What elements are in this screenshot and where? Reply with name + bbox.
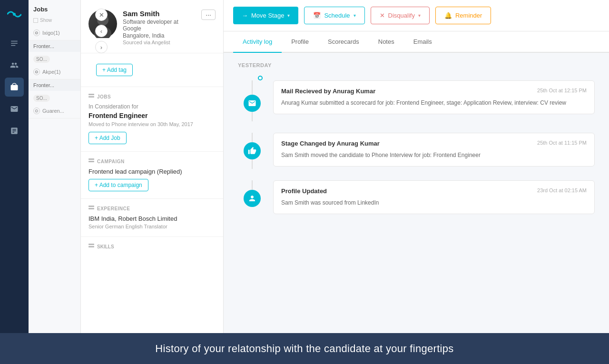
activity-timeline: Mail Recieved by Anurag Kumar 25th Oct a… bbox=[238, 76, 595, 226]
activity-card-3-time: 23rd Oct at 02:15 AM bbox=[537, 187, 587, 193]
activity-content: YESTERDAY bbox=[224, 53, 609, 364]
source-row-2: SO... bbox=[29, 91, 80, 104]
timeline-line-2 bbox=[252, 133, 253, 142]
activity-card-2: Stage Changed by Anurag Kumar 25th Oct a… bbox=[273, 133, 595, 167]
chevron-down-icon: ▾ bbox=[287, 13, 290, 18]
timeline-line-3 bbox=[252, 180, 253, 190]
bell-icon: 🔔 bbox=[444, 12, 452, 19]
akpe-item[interactable]: ⊖ Akpe(1) bbox=[29, 65, 80, 79]
activity-card-1: Mail Recieved by Anurag Kumar 25th Oct a… bbox=[273, 80, 595, 114]
timeline-row-2: Stage Changed by Anurag Kumar 25th Oct a… bbox=[238, 133, 595, 169]
disqualify-btn[interactable]: ✕ Disqualify ▾ bbox=[371, 7, 430, 24]
sidebar-item-feed[interactable] bbox=[5, 34, 24, 53]
email-icon bbox=[244, 95, 261, 112]
activity-card-3-title: Profile Updated bbox=[281, 187, 327, 195]
skills-section-card: SKILLS bbox=[81, 236, 223, 256]
experience-section-title: EXPEREINCE bbox=[88, 206, 216, 211]
jobs-section-card: JOBS In Consideration for Frontend Engin… bbox=[81, 87, 223, 151]
activity-card-1-header: Mail Recieved by Anurag Kumar 25th Oct a… bbox=[281, 88, 587, 95]
bottom-banner-text: History of your relatonship with the can… bbox=[155, 343, 453, 355]
campaign-name: Frontend lead campaign (Replied) bbox=[88, 168, 216, 175]
chevron-down-icon-3: ▾ bbox=[418, 13, 421, 18]
show-checkbox[interactable] bbox=[33, 18, 38, 23]
action-bar: → Move Stage ▾ 📅 Schedule ▾ ✕ Disqualify… bbox=[224, 0, 609, 31]
jobs-panel-title: Jobs bbox=[29, 0, 80, 17]
candidate-name: Sam Smith bbox=[123, 10, 196, 18]
person-icon bbox=[244, 190, 261, 207]
thumbsup-icon bbox=[244, 142, 261, 159]
app-logo bbox=[6, 6, 23, 23]
activity-card-2-body: Sam Smith moved the candidate to Phone I… bbox=[281, 151, 587, 159]
move-stage-btn[interactable]: → Move Stage ▾ bbox=[233, 7, 298, 24]
svg-point-0 bbox=[13, 13, 16, 16]
tab-emails[interactable]: Emails bbox=[404, 31, 442, 53]
sidebar-item-analytics[interactable] bbox=[5, 121, 24, 140]
tabs-bar: Activity log Profile Scorecards Notes Em… bbox=[224, 31, 609, 53]
next-btn[interactable]: › bbox=[95, 41, 108, 53]
tab-profile[interactable]: Profile bbox=[282, 31, 318, 53]
activity-area: → Move Stage ▾ 📅 Schedule ▾ ✕ Disqualify… bbox=[224, 0, 609, 364]
tab-notes[interactable]: Notes bbox=[369, 31, 404, 53]
collapse-icon: ⊖ bbox=[33, 30, 40, 36]
reminder-btn[interactable]: 🔔 Reminder bbox=[435, 7, 491, 24]
guaren-label: Guaren... bbox=[42, 108, 64, 114]
add-job-btn[interactable]: + Add Job bbox=[88, 132, 127, 144]
candidate-title: Software developer at Google bbox=[123, 19, 196, 32]
schedule-btn[interactable]: 📅 Schedule ▾ bbox=[304, 7, 364, 24]
activity-card-2-title: Stage Changed by Anurag Kumar bbox=[281, 140, 380, 147]
campaign-section-card: CAMPAIGN Frontend lead campaign (Replied… bbox=[81, 151, 223, 198]
candidate-panel: ✕ ‹ › Sam Smith Software developer at Go… bbox=[81, 0, 224, 364]
sidebar-item-email[interactable] bbox=[5, 99, 24, 118]
activity-card-2-time: 25th Oct at 11:15 PM bbox=[537, 140, 587, 146]
timeline-row-1: Mail Recieved by Anurag Kumar 25th Oct a… bbox=[238, 80, 595, 121]
skills-section-title: SKILLS bbox=[88, 244, 216, 249]
tab-activity-log[interactable]: Activity log bbox=[233, 31, 282, 53]
grid-icon-exp bbox=[88, 206, 94, 211]
moved-text: Moved to Phone interview on 30th May, 20… bbox=[88, 121, 216, 127]
sidebar-item-jobs[interactable] bbox=[5, 78, 24, 97]
timeline-line-1b bbox=[252, 112, 253, 121]
collapse-icon-3: ⊙ bbox=[33, 108, 40, 114]
jobs-section-title: JOBS bbox=[88, 94, 216, 99]
close-panel-btn[interactable]: ✕ bbox=[95, 9, 108, 21]
arrow-right-icon: → bbox=[242, 12, 248, 19]
activity-card-1-title: Mail Recieved by Anurag Kumar bbox=[281, 88, 375, 95]
activity-card-3-header: Profile Updated 23rd Oct at 02:15 AM bbox=[281, 187, 587, 195]
exp-role: Senior German English Translator bbox=[88, 224, 216, 229]
grid-icon-campaign bbox=[88, 158, 94, 164]
timeline-line-1 bbox=[252, 80, 253, 95]
sidebar-item-people[interactable] bbox=[5, 56, 24, 75]
ixigo-item[interactable]: ⊖ Ixigo(1) bbox=[29, 26, 80, 40]
sidebar bbox=[0, 0, 29, 364]
show-label: Show bbox=[40, 18, 52, 23]
chevron-down-icon-2: ▾ bbox=[354, 13, 356, 18]
timeline-left-1 bbox=[238, 80, 266, 121]
source-tag-1: SO... bbox=[33, 56, 50, 63]
job-title[interactable]: Frontend Engineer bbox=[88, 112, 216, 119]
more-options-btn[interactable]: ··· bbox=[201, 10, 216, 20]
source-row-1: SO... bbox=[29, 52, 80, 65]
grid-icon-jobs bbox=[88, 94, 94, 99]
activity-card-1-body: Anurag Kumar submitted a scorecard for j… bbox=[281, 98, 587, 107]
date-label: YESTERDAY bbox=[238, 62, 595, 68]
candidate-location: Bangalore, India bbox=[123, 32, 196, 39]
frontend-label-2: Fronter... bbox=[29, 79, 80, 91]
timeline-row-3: Profile Updated 23rd Oct at 02:15 AM Sam… bbox=[238, 180, 595, 214]
frontend-label-1: Fronter... bbox=[29, 40, 80, 52]
add-campaign-btn[interactable]: + Add to campaign bbox=[88, 179, 148, 191]
activity-card-3: Profile Updated 23rd Oct at 02:15 AM Sam… bbox=[273, 180, 595, 214]
experience-section-card: EXPEREINCE IBM India, Robert Bosch Limit… bbox=[81, 198, 223, 236]
akpe-label: Akpe(1) bbox=[42, 69, 61, 75]
timeline-dot-top bbox=[258, 76, 263, 80]
add-tag-btn[interactable]: + Add tag bbox=[96, 64, 133, 76]
grid-icon-skills bbox=[88, 244, 94, 249]
activity-card-1-time: 25th Oct at 12:15 PM bbox=[537, 88, 587, 93]
candidate-source: Sourced via Angelist bbox=[123, 39, 196, 45]
activity-card-3-body: Sam Smith was sourced from LinkedIn bbox=[281, 198, 587, 207]
calendar-icon: 📅 bbox=[313, 12, 321, 19]
close-icon: ✕ bbox=[380, 12, 385, 19]
tab-scorecards[interactable]: Scorecards bbox=[318, 31, 369, 53]
guaren-item[interactable]: ⊙ Guaren... bbox=[29, 104, 80, 118]
bottom-banner: History of your relatonship with the can… bbox=[0, 333, 609, 364]
prev-btn[interactable]: ‹ bbox=[95, 25, 108, 37]
